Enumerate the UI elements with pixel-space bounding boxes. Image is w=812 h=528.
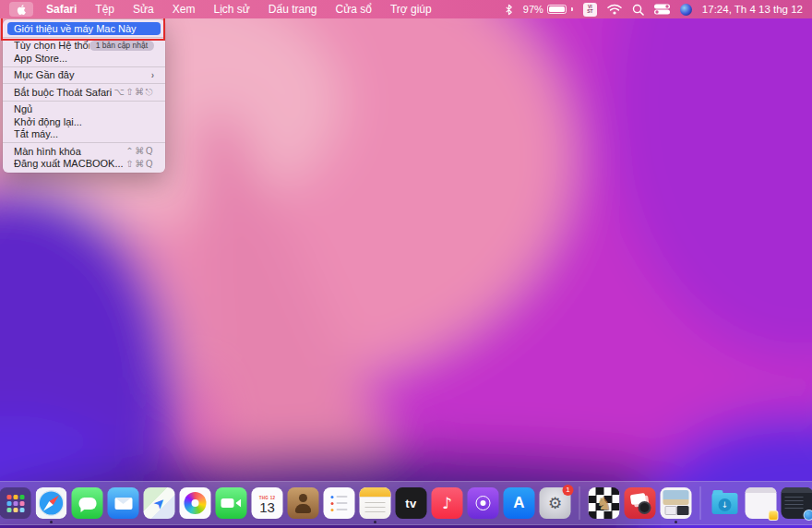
menubar-menu-sửa[interactable]: Sửa bbox=[124, 0, 163, 18]
photos-pinwheel-icon bbox=[185, 492, 207, 514]
update-badge: 1 bản cập nhật bbox=[90, 41, 154, 51]
photos-icon bbox=[180, 487, 211, 519]
minimized-window-light-icon bbox=[746, 487, 777, 519]
dock-safari[interactable] bbox=[36, 487, 67, 519]
dock-calendar[interactable]: THG 1213 bbox=[252, 487, 283, 519]
app-menus: SafariTệpSửaXemLịch sửDấu trangCửa sổTrợ… bbox=[37, 0, 441, 18]
dock: ➤THG 1213tv♪A⚙1♞↓ bbox=[0, 481, 812, 525]
keyboard-shortcut: ⌥⇧⌘⎋ bbox=[113, 87, 154, 98]
menu-item-label: Ngủ bbox=[14, 103, 154, 114]
menu-item-recent-items[interactable]: Mục Gần đây› bbox=[3, 69, 165, 82]
dock-app-store[interactable]: A bbox=[504, 487, 535, 519]
dock-tv[interactable]: tv bbox=[396, 487, 427, 519]
siri-icon[interactable] bbox=[680, 4, 692, 16]
menu-item-app-store[interactable]: App Store... bbox=[3, 52, 165, 65]
maps-icon: ➤ bbox=[144, 487, 175, 519]
launchpad-icon bbox=[0, 487, 31, 519]
music-icon: ♪ bbox=[432, 487, 463, 519]
menubar-menu-cửa-sổ[interactable]: Cửa sổ bbox=[327, 0, 381, 18]
menubar-menu-trợ-giúp[interactable]: Trợ giúp bbox=[381, 0, 441, 18]
dock-podcasts[interactable] bbox=[468, 487, 499, 519]
message-bubble-icon bbox=[78, 498, 96, 510]
dock-photo-app[interactable] bbox=[625, 487, 656, 519]
battery-percent: 97% bbox=[523, 4, 543, 15]
dock-chess[interactable]: ♞ bbox=[589, 487, 620, 519]
download-arrow-icon: ↓ bbox=[719, 498, 732, 511]
annotation-red-box bbox=[1, 17, 165, 41]
menu-item-label: Mục Gần đây bbox=[14, 69, 151, 80]
image-viewer-icon bbox=[661, 487, 692, 519]
menu-bar: SafariTệpSửaXemLịch sửDấu trangCửa sổTrợ… bbox=[0, 0, 812, 18]
calendar-day-label: 13 bbox=[259, 500, 275, 514]
menu-bar-clock[interactable]: 17:24, Th 4 13 thg 12 bbox=[702, 4, 803, 15]
menu-item-label: Đăng xuất MACBOOK... bbox=[14, 158, 125, 169]
dock-music[interactable]: ♪ bbox=[432, 487, 463, 519]
apple-logo-icon bbox=[16, 3, 28, 17]
downloads-folder-icon: ↓ bbox=[710, 487, 741, 519]
safari-compass-icon bbox=[36, 487, 67, 519]
safari-app-badge-icon bbox=[804, 510, 812, 521]
keyboard-shortcut: ⇧⌘Q bbox=[125, 159, 154, 169]
dock-launchpad[interactable] bbox=[0, 487, 31, 519]
video-camera-icon bbox=[221, 498, 242, 508]
dock-downloads-folder[interactable]: ↓ bbox=[710, 487, 741, 519]
notes-app-badge-icon bbox=[769, 510, 779, 521]
input-source-icon[interactable]: VI ST bbox=[583, 3, 597, 17]
dock-contacts[interactable] bbox=[288, 487, 319, 519]
dock-divider bbox=[579, 486, 580, 520]
menu-item-lock-screen[interactable]: Màn hình khóa⌃⌘Q bbox=[3, 145, 165, 158]
status-icons: 97% VI ST 17:24, Th 4 13 thg 12 bbox=[505, 3, 803, 17]
dock-messages[interactable] bbox=[72, 487, 103, 519]
chess-icon: ♞ bbox=[589, 487, 620, 519]
reminders-list-icon bbox=[331, 496, 348, 511]
menubar-menu-lịch-sử[interactable]: Lịch sử bbox=[204, 0, 258, 18]
menubar-menu-tệp[interactable]: Tệp bbox=[86, 0, 124, 18]
dock-maps[interactable]: ➤ bbox=[144, 487, 175, 519]
menu-item-shut-down[interactable]: Tắt máy... bbox=[3, 128, 165, 141]
control-center-icon[interactable] bbox=[654, 4, 670, 15]
menu-item-label: Bắt buộc Thoát Safari bbox=[14, 87, 113, 98]
menu-item-label: Tùy chọn Hệ thống... bbox=[14, 40, 90, 51]
contacts-icon bbox=[288, 487, 319, 519]
menubar-menu-xem[interactable]: Xem bbox=[163, 0, 205, 18]
maps-arrow-icon: ➤ bbox=[149, 493, 170, 513]
mail-icon bbox=[108, 487, 139, 519]
dock-minimized-window-light[interactable] bbox=[746, 487, 777, 519]
apple-menu-button[interactable] bbox=[9, 2, 33, 17]
calendar-icon: THG 1213 bbox=[252, 487, 283, 519]
notes-icon bbox=[360, 487, 391, 519]
menu-item-restart[interactable]: Khởi động lại... bbox=[3, 115, 165, 128]
tv-icon: tv bbox=[396, 487, 427, 519]
dock-reminders[interactable] bbox=[324, 487, 355, 519]
podcasts-icon bbox=[476, 496, 491, 510]
dock-photos[interactable] bbox=[180, 487, 211, 519]
dock-notes[interactable] bbox=[360, 487, 391, 519]
dock-system-preferences[interactable]: ⚙1 bbox=[540, 487, 571, 519]
menu-item-force-quit-safari[interactable]: Bắt buộc Thoát Safari⌥⇧⌘⎋ bbox=[3, 86, 165, 99]
menu-item-log-out[interactable]: Đăng xuất MACBOOK...⇧⌘Q bbox=[3, 158, 165, 171]
facetime-icon bbox=[216, 487, 247, 519]
battery-indicator[interactable]: 97% bbox=[523, 4, 573, 15]
photo-app-icon bbox=[625, 487, 656, 519]
dock-divider bbox=[700, 486, 701, 520]
dock-facetime[interactable] bbox=[216, 487, 247, 519]
menu-item-label: Tắt máy... bbox=[14, 128, 154, 139]
dock-image-viewer[interactable] bbox=[661, 487, 692, 519]
search-icon[interactable] bbox=[632, 4, 644, 16]
dock-mail[interactable] bbox=[108, 487, 139, 519]
minimized-window-dark-icon bbox=[782, 487, 812, 519]
menubar-menu-dấu-trang[interactable]: Dấu trang bbox=[259, 0, 327, 18]
wifi-icon[interactable] bbox=[607, 4, 622, 15]
menu-separator bbox=[3, 101, 165, 102]
reminders-icon bbox=[324, 487, 355, 519]
launchpad-grid-icon bbox=[6, 495, 24, 512]
dock-minimized-window-dark[interactable] bbox=[782, 487, 812, 519]
podcasts-icon bbox=[468, 487, 499, 519]
menu-item-sleep[interactable]: Ngủ bbox=[3, 103, 165, 116]
messages-icon bbox=[72, 487, 103, 519]
menu-item-system-preferences[interactable]: Tùy chọn Hệ thống...1 bản cập nhật bbox=[3, 40, 165, 53]
bluetooth-icon[interactable] bbox=[505, 4, 513, 16]
menubar-menu-safari[interactable]: Safari bbox=[37, 0, 86, 18]
keyboard-shortcut: ⌃⌘Q bbox=[125, 146, 154, 156]
submenu-chevron-icon: › bbox=[151, 70, 154, 80]
